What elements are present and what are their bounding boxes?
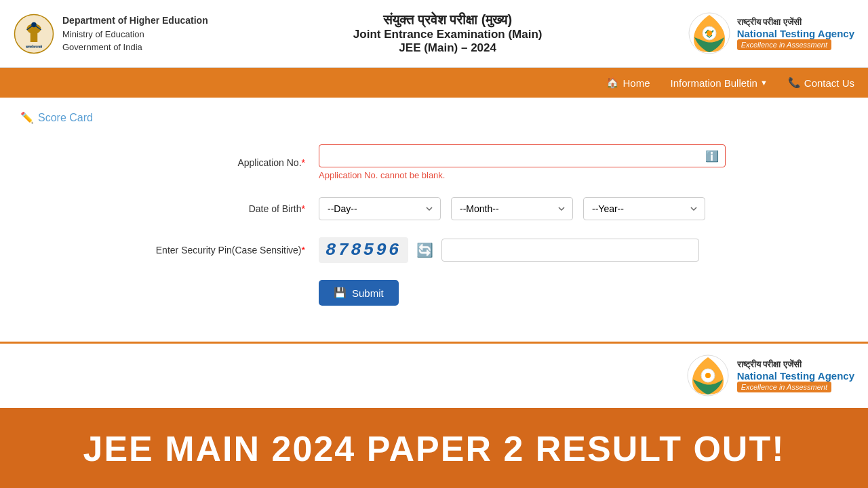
dob-label: Date of Birth* <box>129 203 319 214</box>
nta-logo-container: राष्ट्रीय परीक्षा एजेंसी National Testin… <box>688 12 854 56</box>
svg-point-9 <box>707 30 712 36</box>
phone-icon: 📞 <box>788 77 801 89</box>
nta-logo-icon <box>688 12 732 56</box>
security-pin-field: 878596 🔄 <box>319 237 739 263</box>
nta-text-block: राष्ट्रीय परीक्षा एजेंसी National Testin… <box>737 17 854 50</box>
footer-nta-hindi: राष्ट्रीय परीक्षा एजेंसी <box>737 359 802 370</box>
application-no-field: ℹ️ Application No. cannot be blank. <box>319 144 739 180</box>
hindi-title: संयुक्त प्रवेश परीक्षा (मुख्य) <box>208 12 688 28</box>
application-no-label: Application No.* <box>129 157 319 168</box>
govt-emblem-icon: सत्यमेव जयते <box>14 14 54 54</box>
exam-year: JEE (Main) – 2024 <box>208 41 688 55</box>
header-left-text: Department of Higher Education Ministry … <box>62 14 208 54</box>
security-pin-label: Enter Security Pin(Case Sensitive)* <box>129 245 319 256</box>
nta-hindi-text: राष्ट्रीय परीक्षा एजेंसी <box>737 17 802 28</box>
year-select[interactable]: --Year-- <box>583 197 705 220</box>
nav-home-label: Home <box>623 77 650 89</box>
application-no-error: Application No. cannot be blank. <box>319 170 739 180</box>
nta-english-text: National Testing Agency <box>737 28 854 39</box>
application-no-input[interactable] <box>319 144 726 167</box>
nav-contact[interactable]: 📞 Contact Us <box>788 77 854 89</box>
govt-name: Government of India <box>62 41 208 54</box>
month-select[interactable]: --Month-- <box>451 197 573 220</box>
score-card-heading: ✏️ Score Card <box>20 111 848 124</box>
dept-name: Department of Higher Education <box>62 14 208 28</box>
header-center: संयुक्त प्रवेश परीक्षा (मुख्य) Joint Ent… <box>208 12 688 55</box>
security-row: 878596 🔄 <box>319 237 739 263</box>
submit-label: Submit <box>352 287 384 299</box>
dob-selects: --Day-- --Month-- --Year-- <box>319 197 739 220</box>
score-card-label: Score Card <box>38 112 93 124</box>
header: सत्यमेव जयते Department of Higher Educat… <box>0 0 868 68</box>
nav-contact-label: Contact Us <box>804 77 854 89</box>
footer-nta: राष्ट्रीय परीक्षा एजेंसी National Testin… <box>686 354 854 398</box>
security-pin-input[interactable] <box>441 239 699 262</box>
submit-row: 💾 Submit <box>129 280 739 306</box>
header-right: राष्ट्रीय परीक्षा एजेंसी National Testin… <box>688 12 854 56</box>
header-left: सत्यमेव जयते Department of Higher Educat… <box>14 14 208 54</box>
chevron-down-icon: ▼ <box>760 79 768 87</box>
svg-point-12 <box>705 373 711 378</box>
form-container: Application No.* ℹ️ Application No. cann… <box>129 144 739 306</box>
nta-tagline: Excellence in Assessment <box>737 39 831 50</box>
day-select[interactable]: --Day-- <box>319 197 441 220</box>
ministry-name: Ministry of Education <box>62 28 208 41</box>
english-title: Joint Entrance Examination (Main) <box>208 28 688 41</box>
captcha-display: 878596 <box>319 237 408 263</box>
footer-nta-tagline: Excellence in Assessment <box>737 382 831 392</box>
nav-info-bulletin[interactable]: Information Bulletin ▼ <box>671 77 768 89</box>
svg-text:सत्यमेव जयते: सत्यमेव जयते <box>25 45 43 49</box>
banner-text: JEE MAIN 2024 PAPER 2 RESULT OUT! <box>83 429 785 468</box>
security-pin-row: Enter Security Pin(Case Sensitive)* 8785… <box>129 237 739 263</box>
nav-home[interactable]: 🏠 Home <box>606 77 650 89</box>
submit-button[interactable]: 💾 Submit <box>319 280 399 306</box>
error-icon: ℹ️ <box>705 150 719 163</box>
nav-info-bulletin-label: Information Bulletin <box>671 77 757 89</box>
save-icon: 💾 <box>334 287 347 299</box>
dob-field: --Day-- --Month-- --Year-- <box>319 197 739 220</box>
navbar: 🏠 Home Information Bulletin ▼ 📞 Contact … <box>0 68 868 98</box>
footer-area: राष्ट्रीय परीक्षा एजेंसी National Testin… <box>0 344 868 408</box>
dob-row: Date of Birth* --Day-- --Month-- --Year-… <box>129 197 739 220</box>
edit-icon: ✏️ <box>20 111 34 124</box>
application-no-input-wrapper: ℹ️ <box>319 144 726 167</box>
footer-nta-logo-icon <box>686 354 730 398</box>
main-content: ✏️ Score Card Application No.* ℹ️ Applic… <box>0 98 868 342</box>
footer-nta-text: राष्ट्रीय परीक्षा एजेंसी National Testin… <box>737 359 854 392</box>
svg-rect-2 <box>31 33 38 42</box>
result-banner: JEE MAIN 2024 PAPER 2 RESULT OUT! <box>0 408 868 488</box>
refresh-icon[interactable]: 🔄 <box>416 242 433 258</box>
home-icon: 🏠 <box>606 77 619 89</box>
footer-nta-english: National Testing Agency <box>737 370 854 382</box>
application-no-row: Application No.* ℹ️ Application No. cann… <box>129 144 739 180</box>
